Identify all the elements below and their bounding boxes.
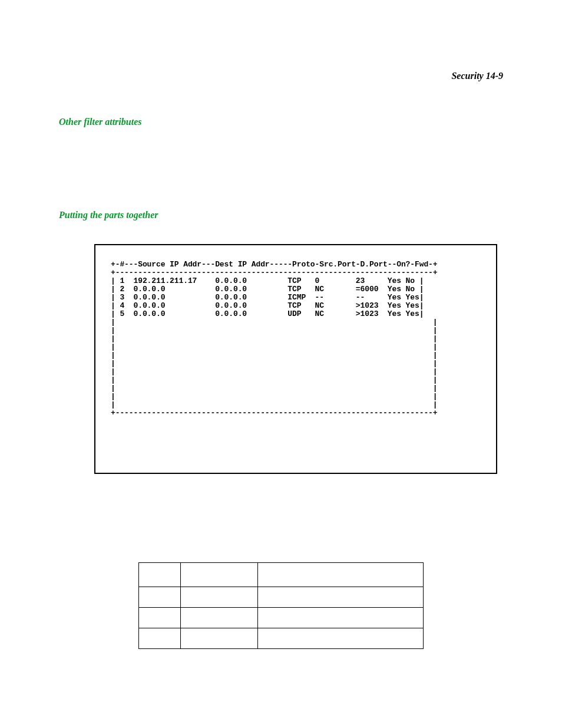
table-cell [181,587,258,608]
protocol-table [138,562,424,649]
table-row [139,587,424,608]
table-cell [258,628,424,649]
table-cell [139,587,181,608]
table-header-row [139,563,424,587]
heading-other-filter-attributes: Other filter attributes [59,117,503,127]
filter-terminal-box: +-#---Source IP Addr---Dest IP Addr-----… [94,244,497,474]
table-row [139,628,424,649]
running-head: Security 14-9 [59,71,503,81]
table-cell [258,587,424,608]
table-row [139,608,424,628]
table-header-cell [258,563,424,587]
filter-ascii-table: +-#---Source IP Addr---Dest IP Addr-----… [111,261,484,417]
heading-putting-parts-together: Putting the parts together [59,210,503,220]
table-cell [258,608,424,628]
table-cell [139,608,181,628]
table-cell [181,628,258,649]
table-header-cell [181,563,258,587]
table-header-cell [139,563,181,587]
table-cell [181,608,258,628]
table-cell [139,628,181,649]
